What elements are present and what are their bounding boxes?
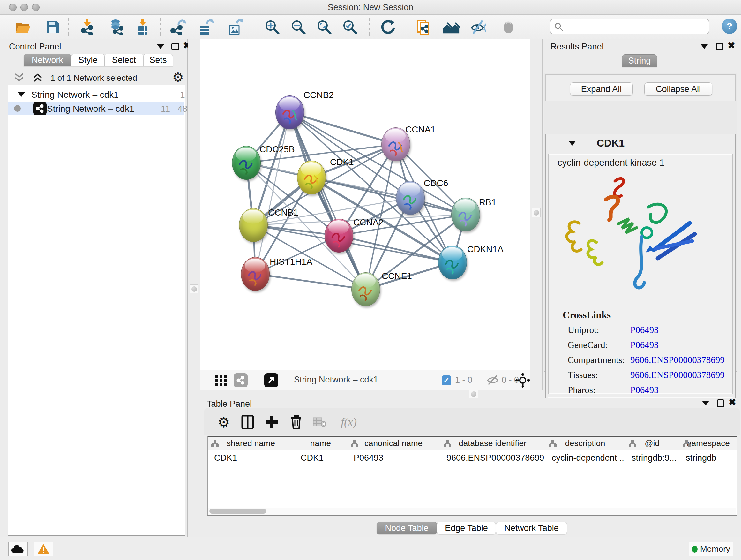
network-node-CDC25B[interactable] [232,146,261,180]
network-edge[interactable] [290,112,396,144]
left-splitter[interactable] [188,39,200,537]
zoom-fit-button[interactable] [315,18,333,36]
network-node-HIST1H1A[interactable] [241,257,270,291]
column-header-name[interactable]: name [294,437,347,450]
scrollbar-thumb[interactable] [209,509,266,514]
column-header-namespace[interactable]: namespace [679,437,737,450]
cloud-status-button[interactable] [8,542,28,556]
tab-select[interactable]: Select [105,54,143,66]
panel-close-icon[interactable]: ✖ [728,42,735,50]
right-splitter-handle[interactable] [532,208,541,217]
panel-float-icon[interactable] [716,43,724,51]
network-edge[interactable] [366,144,396,289]
network-view-icon[interactable] [233,373,248,387]
panel-menu-icon[interactable] [157,44,164,49]
home-button[interactable] [442,18,460,36]
open-session-button[interactable] [14,18,32,36]
selected-checkbox-icon[interactable]: ✓ [442,375,451,385]
panel-float-icon[interactable] [172,43,179,51]
zoom-in-button[interactable] [263,18,281,36]
network-node-CCNA2[interactable] [325,219,353,253]
network-node-CDKN1A[interactable] [438,246,467,279]
apply-layout-button[interactable] [379,18,397,36]
show-graphics-button[interactable] [499,18,517,36]
network-view-toolbar: String Network – cdk1 ✓ 1 - 0 0 - 0 [200,370,530,390]
network-node-CCNE1[interactable] [351,272,380,306]
hide-edges-button[interactable] [469,18,487,36]
node-label-HIST1H1A: HIST1H1A [270,257,313,267]
export-network-button[interactable] [169,18,187,36]
tree-expander-icon[interactable] [18,92,25,97]
node-label-CCNB1: CCNB1 [268,207,298,218]
column-header-database-identifier[interactable]: database identifier [440,437,545,450]
network-node-CCNB2[interactable] [275,96,304,129]
network-node-CDC6[interactable] [396,181,425,215]
column-header-@id[interactable]: @id [625,437,679,450]
crosslink-link[interactable]: P06493 [630,325,659,335]
table-cell[interactable]: cyclin-dependent ... [545,451,625,465]
create-column-icon[interactable] [264,414,280,430]
network-node-CCNB1[interactable] [239,208,268,242]
search-input[interactable] [550,19,709,34]
panel-menu-icon[interactable] [702,401,709,406]
collapse-all-button[interactable]: Collapse All [644,82,712,96]
export-image-button[interactable] [226,18,244,36]
delete-column-icon[interactable] [288,414,305,430]
network-canvas[interactable]: CCNB2CCNA1CDC25BCDK1CDC6RB1CCNB1CCNA2CDK… [200,39,530,370]
section-expander-icon[interactable] [569,141,576,145]
memory-button[interactable]: Memory [689,542,733,556]
table-cell[interactable]: P06493 [347,451,440,465]
fit-selected-crosshair-icon[interactable] [515,373,530,388]
tab-edge-table[interactable]: Edge Table [437,522,496,535]
tab-string[interactable]: String [622,54,657,67]
clone-network-button[interactable] [414,18,432,36]
import-network-database-button[interactable] [108,18,126,36]
network-node-CDK1[interactable] [297,161,326,194]
horizontal-splitter-handle[interactable] [469,389,478,398]
table-options-gear-icon[interactable]: ⚙ [215,414,232,430]
zoom-selected-button[interactable] [341,18,359,36]
help-button[interactable]: ? [722,18,737,34]
tab-sets[interactable]: Sets [143,54,173,66]
crosslink-link[interactable]: P06493 [630,340,659,350]
crosslink-row: Pharos:P06493 [568,385,659,395]
tab-style[interactable]: Style [71,54,105,66]
export-table-button[interactable] [197,18,214,36]
warning-status-button[interactable] [33,542,53,556]
table-cell[interactable]: CDK1 [208,451,294,465]
crosslink-link[interactable]: 9606.ENSP00000378699 [630,370,725,380]
node-table[interactable]: shared namenamecanonical namedatabase id… [207,436,737,516]
network-node-RB1[interactable] [451,198,480,232]
network-row-selected[interactable]: String Network – cdk1 11 48 [8,102,185,115]
column-header-canonical-name[interactable]: canonical name [347,437,440,450]
grid-view-icon[interactable] [215,374,227,387]
show-columns-icon[interactable] [239,414,256,430]
import-network-file-button[interactable] [78,18,96,36]
expand-all-button[interactable]: Expand All [570,82,633,96]
crosslink-link[interactable]: P06493 [630,385,659,395]
import-table-button[interactable] [134,18,151,36]
network-collection-row[interactable]: String Network – cdk1 1 [8,88,185,102]
table-cell[interactable]: CDK1 [294,451,347,465]
save-session-button[interactable] [44,18,62,36]
zoom-out-button[interactable] [289,18,307,36]
left-splitter-handle[interactable] [190,285,199,294]
column-header-description[interactable]: description [545,437,625,450]
table-cell[interactable]: 9606.ENSP00000378699 [440,451,545,465]
table-cell[interactable]: stringdb [679,451,737,465]
tab-node-table[interactable]: Node Table [377,522,437,535]
crosslink-link[interactable]: 9606.ENSP00000378699 [630,355,725,365]
table-horizontal-scrollbar[interactable] [208,508,736,515]
network-options-gear-icon[interactable]: ⚙ [172,70,184,84]
network-edge[interactable] [339,236,453,262]
detach-view-icon[interactable] [264,373,278,387]
network-edge[interactable] [255,274,366,289]
panel-menu-icon[interactable] [701,44,708,49]
tab-network[interactable]: Network [23,54,71,66]
column-header-shared-name[interactable]: shared name [208,437,294,450]
panel-close-icon[interactable]: ✖ [729,398,736,406]
tab-network-table[interactable]: Network Table [496,522,567,535]
table-cell[interactable]: stringdb:9... [625,451,679,465]
panel-float-icon[interactable] [717,399,724,407]
right-splitter[interactable] [530,39,542,398]
